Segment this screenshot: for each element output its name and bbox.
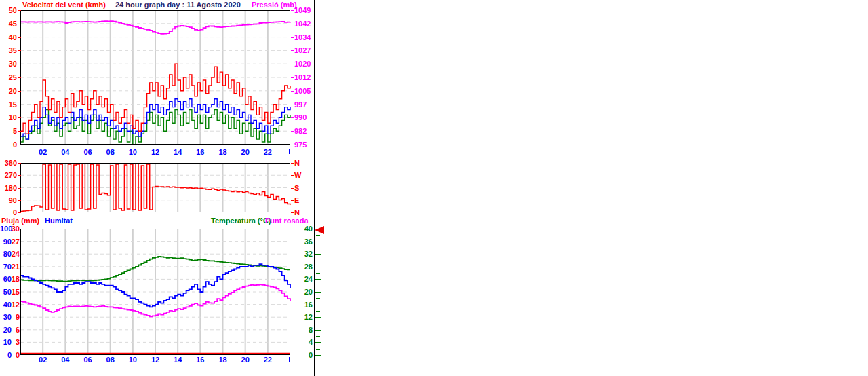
axis-tick-label: 22 bbox=[260, 356, 276, 364]
axis-tick-mark bbox=[18, 77, 21, 78]
axis-tick-label: 40 bbox=[0, 301, 12, 309]
axis-tick-label: 10 bbox=[125, 149, 141, 156]
axis-tick-label: 28 bbox=[292, 263, 313, 271]
axis-tick-mark bbox=[18, 10, 21, 11]
temp-humidity-rain-chart bbox=[20, 229, 291, 356]
axis-tick-label: 18 bbox=[215, 356, 231, 364]
axis-tick-mark bbox=[315, 305, 321, 305]
axis-tick-label: 20 bbox=[237, 149, 254, 156]
axis-tick-label: 32 bbox=[292, 250, 313, 258]
axis-tick-label: 14 bbox=[170, 149, 186, 156]
axis-tick-mark bbox=[315, 342, 321, 343]
axis-tick-label: 1027 bbox=[294, 47, 315, 54]
axis-tick-mark bbox=[315, 355, 321, 356]
axis-tick-label: 20 bbox=[0, 88, 17, 95]
axis-tick-label: 15 bbox=[0, 101, 17, 109]
axis-tick-label: 1020 bbox=[294, 60, 315, 68]
axis-tick-mark bbox=[291, 188, 294, 189]
graph-date-title: 24 hour graph day : 11 Agosto 2020 bbox=[115, 1, 241, 9]
axis-tick-label: 982 bbox=[294, 128, 315, 135]
axis-tick-label: 16 bbox=[292, 301, 313, 309]
current-level-arrow-icon bbox=[315, 226, 324, 234]
axis-tick-label: 06 bbox=[80, 149, 96, 156]
axis-tick-label: 40 bbox=[0, 34, 17, 41]
axis-tick-mark bbox=[315, 242, 321, 242]
wind-direction-chart bbox=[20, 163, 291, 213]
rain-header: Pluja (mm) bbox=[1, 217, 39, 225]
axis-tick-mark bbox=[316, 248, 320, 248]
axis-tick-label: 30 bbox=[0, 314, 12, 321]
axis-tick-label: 20 bbox=[237, 356, 254, 364]
axis-tick-mark bbox=[18, 131, 21, 132]
axis-tick-mark bbox=[316, 286, 320, 286]
axis-tick-label: 30 bbox=[0, 60, 17, 68]
axis-tick-mark bbox=[316, 298, 320, 299]
axis-tick-mark bbox=[18, 200, 21, 201]
axis-tick-label: 8 bbox=[292, 326, 313, 334]
axis-tick-mark bbox=[18, 188, 21, 189]
axis-tick-label: 35 bbox=[0, 47, 17, 54]
axis-tick-label: 1042 bbox=[294, 20, 315, 28]
axis-tick-label: 0 bbox=[0, 141, 17, 149]
wind-chart-title: Velocitat del vent (kmh) bbox=[22, 1, 106, 9]
axis-tick-mark bbox=[291, 24, 294, 24]
axis-tick-mark bbox=[291, 117, 294, 118]
axis-tick-label: 90 bbox=[0, 238, 12, 246]
axis-tick-label: 36 bbox=[292, 238, 313, 246]
axis-tick-label: 06 bbox=[80, 356, 96, 364]
axis-tick-label: W bbox=[294, 172, 308, 179]
axis-tick-mark bbox=[315, 254, 321, 255]
axis-tick-label: 10 bbox=[0, 114, 17, 121]
axis-tick-mark bbox=[18, 145, 21, 145]
axis-tick-mark bbox=[18, 163, 21, 164]
axis-tick-mark bbox=[315, 330, 321, 331]
axis-tick-label: 22 bbox=[260, 149, 276, 156]
axis-tick-label: 27 bbox=[11, 238, 20, 246]
axis-tick-label: 975 bbox=[294, 141, 315, 149]
axis-tick-label: 100 bbox=[0, 225, 12, 233]
axis-tick-mark bbox=[291, 64, 294, 64]
axis-tick-label: 1034 bbox=[294, 34, 315, 41]
axis-tick-label: 50 bbox=[0, 7, 17, 14]
axis-tick-label: 9 bbox=[11, 314, 20, 321]
axis-tick-label: 60 bbox=[0, 276, 12, 283]
axis-tick-label: 18 bbox=[215, 149, 231, 156]
axis-tick-label: 18 bbox=[11, 276, 20, 283]
axis-tick-label: 20 bbox=[292, 288, 313, 296]
axis-tick-mark bbox=[18, 175, 21, 176]
axis-tick-mark bbox=[291, 131, 294, 132]
axis-tick-label: 90 bbox=[0, 197, 17, 204]
axis-tick-label: 0 bbox=[292, 352, 313, 359]
axis-tick-label: 04 bbox=[57, 356, 73, 364]
axis-tick-mark bbox=[315, 292, 321, 293]
axis-tick-label: 0 bbox=[11, 352, 20, 359]
axis-tick-mark bbox=[289, 357, 290, 362]
axis-tick-label: 70 bbox=[0, 263, 12, 271]
axis-tick-label: 5 bbox=[0, 128, 17, 135]
axis-tick-mark bbox=[291, 91, 294, 92]
axis-tick-label: 12 bbox=[11, 301, 20, 309]
axis-tick-label: 10 bbox=[0, 339, 12, 346]
axis-tick-label: 20 bbox=[0, 326, 12, 334]
axis-tick-label: 50 bbox=[0, 288, 12, 296]
axis-tick-label: N bbox=[294, 209, 308, 217]
axis-tick-label: 270 bbox=[0, 172, 17, 179]
axis-tick-mark bbox=[315, 279, 321, 280]
axis-tick-label: 0 bbox=[0, 352, 12, 359]
axis-tick-mark bbox=[291, 105, 294, 105]
axis-tick-label: 4 bbox=[292, 339, 313, 346]
axis-tick-label: 40 bbox=[292, 225, 313, 233]
axis-tick-mark bbox=[18, 64, 21, 64]
axis-tick-label: 1012 bbox=[294, 74, 315, 81]
axis-tick-mark bbox=[291, 37, 294, 38]
pressure-chart-title: Pressió (mb) bbox=[252, 1, 297, 9]
axis-tick-mark bbox=[291, 50, 294, 51]
axis-tick-label: 180 bbox=[0, 185, 17, 192]
axis-tick-mark bbox=[316, 349, 320, 350]
axis-tick-label: 25 bbox=[0, 74, 17, 81]
axis-tick-mark bbox=[316, 311, 320, 312]
axis-tick-label: 10 bbox=[125, 356, 141, 364]
humidity-header: Humitat bbox=[45, 217, 73, 225]
axis-tick-label: 02 bbox=[35, 356, 51, 364]
axis-tick-label: 80 bbox=[0, 250, 12, 258]
